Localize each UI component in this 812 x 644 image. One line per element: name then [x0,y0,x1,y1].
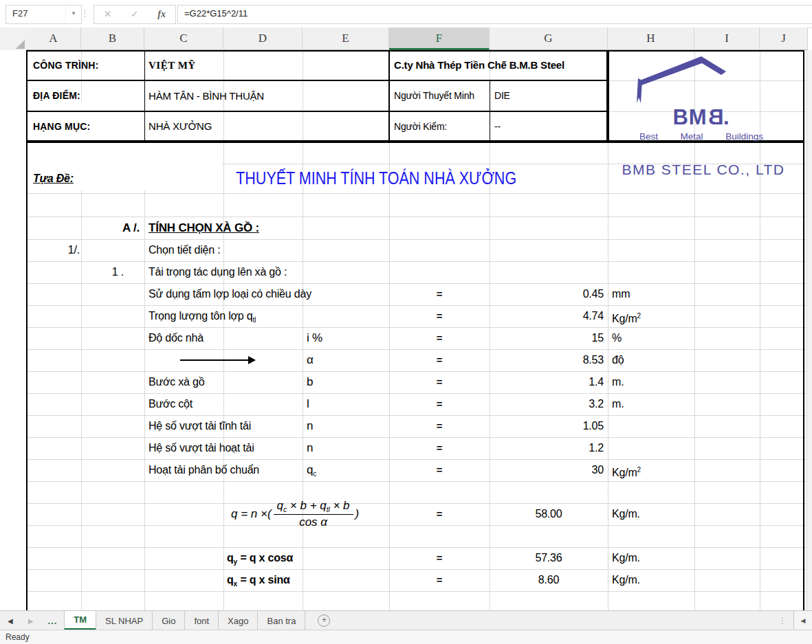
cell-param-value-row10[interactable]: 0.45 [490,283,604,305]
cell-param-unit-row10[interactable]: mm [612,283,630,305]
new-sheet-button[interactable]: + [318,611,330,630]
cell-param-label-row18[interactable]: Hoạt tải phân bố chuẩn [149,459,259,481]
column-header-F[interactable]: F [389,27,490,50]
cell-section-a-heading[interactable]: TÍNH CHỌN XÀ GỒ : [149,216,259,239]
cell-param-unit-row15[interactable]: m. [612,393,624,415]
cell-param-symbol-row18[interactable]: qc [307,459,316,481]
cell-param-eq-row11[interactable]: = [389,305,490,327]
cell-param-symbol-row14[interactable]: b [307,371,313,393]
cell-param-unit-row11[interactable]: Kg/m2 [612,305,641,327]
column-header-E[interactable]: E [303,27,389,50]
cell-load-formula-eq[interactable]: = [389,503,490,525]
cell-qx-eq[interactable]: = [389,569,490,591]
cell-param-label-row14[interactable]: Bước xà gồ [149,371,204,393]
sheet-tab-font[interactable]: font [185,611,219,630]
cell-param-eq-row10[interactable]: = [389,283,490,305]
column-header-D[interactable]: D [223,27,303,50]
cell-param-value-row16[interactable]: 1.05 [490,415,604,437]
cell-location-label[interactable]: ĐỊA ĐIỂM: [33,80,80,111]
cell-qx-value[interactable]: 8.60 [490,569,608,591]
cell-qx-formula[interactable]: qx = q x sinα [227,569,290,591]
cell-qy-value[interactable]: 57.36 [490,547,608,569]
cell-sub1-text[interactable]: Chọn tiết diện : [149,239,220,261]
cell-param-value-row15[interactable]: 3.2 [490,393,604,415]
cell-param-label-row17[interactable]: Hệ số vượt tải hoạt tải [149,437,254,459]
cell-param-eq-row18[interactable]: = [389,459,490,481]
cell-presenter-label[interactable]: Người Thuyết Minh [394,80,474,111]
sheet-tab-xago[interactable]: Xago [219,611,258,630]
cell-param-symbol-row15[interactable]: l [307,393,309,415]
cell-param-value-row14[interactable]: 1.4 [490,371,604,393]
cancel-entry-icon[interactable]: ✕ [104,6,111,23]
column-header-I[interactable]: I [694,27,760,50]
cell-sub11-text[interactable]: Tải trọng tác dụng lên xà gồ : [149,261,287,283]
cell-load-formula[interactable]: q = n ×( qc × b + qtl × b cos α ) [231,488,359,540]
sheet-tab-ban-tra[interactable]: Ban tra [258,611,305,630]
cell-qy-eq[interactable]: = [389,547,490,569]
cell-param-value-row17[interactable]: 1.2 [490,437,604,459]
cell-qy-formula[interactable]: qy = q x cosα [227,547,293,569]
tab-scroll-right-icon[interactable]: ▶ [21,611,41,630]
cell-param-unit-row18[interactable]: Kg/m2 [612,459,641,481]
column-header-H[interactable]: H [608,27,694,50]
cell-sub1-number[interactable]: 1/. [26,239,80,261]
cell-param-eq-row17[interactable]: = [389,437,490,459]
cell-param-symbol-row16[interactable]: n [307,415,313,437]
cell-category-label[interactable]: HẠNG MỤC: [33,111,90,142]
column-header-G[interactable]: G [490,27,608,50]
cell-param-symbol-row12[interactable]: i % [307,327,322,349]
cell-category-value[interactable]: NHÀ XƯỞNG [149,111,212,142]
sheet-tab-tm[interactable]: TM [64,611,96,630]
cell-qy-unit[interactable]: Kg/m. [612,547,640,569]
column-header-B[interactable]: B [81,27,144,50]
cell-project-value[interactable]: VIỆT MỸ [149,50,196,80]
cell-company-name[interactable]: C.ty Nhà Thép Tiền Chế B.M.B Steel [394,50,564,80]
cell-section-a-number[interactable]: A /. [81,216,140,239]
column-header-C[interactable]: C [144,27,223,50]
cell-sub11-number[interactable]: 1 . [81,261,124,283]
cell-param-symbol-row13[interactable]: α [307,349,314,371]
cell-param-unit-row12[interactable]: % [612,327,622,349]
cell-param-eq-row13[interactable]: = [389,349,490,371]
cell-param-value-row11[interactable]: 4.74 [490,305,604,327]
cell-location-value[interactable]: HÀM TÂN - BÌNH THUẬN [149,80,264,111]
cell-param-label-row10[interactable]: Sử dụng tấm lợp loại có chiều dày [149,283,311,305]
formula-input[interactable]: =G22*G15^2/11 [177,5,812,24]
cell-param-eq-row12[interactable]: = [389,327,490,349]
tab-scroll-left-icon[interactable]: ◀ [0,611,21,630]
tab-overflow-button[interactable]: ... [41,611,64,630]
name-box[interactable]: F27 ▼ [6,5,82,24]
cell-main-title[interactable]: THUYẾT MINH TÍNH TOÁN NHÀ XƯỞNG [144,164,608,193]
cell-param-eq-row14[interactable]: = [389,371,490,393]
cell-title-label[interactable]: Tựa Đề: [33,164,74,193]
cell-param-unit-row13[interactable]: độ [612,349,624,371]
vertical-scrollbar[interactable] [806,50,812,610]
column-header-A[interactable]: A [26,27,81,50]
splitter-dots-icon[interactable]: ⋮ [778,616,787,625]
cell-param-unit-row14[interactable]: m. [612,371,624,393]
cell-param-eq-row15[interactable]: = [389,393,490,415]
cell-load-formula-value[interactable]: 58.00 [490,503,608,525]
select-all-corner[interactable] [0,27,27,51]
cell-checker-value[interactable]: -- [494,111,501,142]
insert-function-icon[interactable]: fx [157,6,166,23]
cell-project-label[interactable]: CÔNG TRÌNH: [33,50,99,80]
cell-checker-label[interactable]: Người Kiểm: [394,111,447,142]
cell-param-label-row11[interactable]: Trọng lượng tôn lợp qtl [149,305,256,327]
cell-param-value-row12[interactable]: 15 [490,327,604,349]
cell-param-value-row18[interactable]: 30 [490,459,604,481]
hscroll-left-icon[interactable]: ◀ [793,611,812,630]
column-header-J[interactable]: J [760,27,808,50]
cell-param-label-row16[interactable]: Hệ số vượt tải tĩnh tải [149,415,251,437]
cell-param-symbol-row17[interactable]: n [307,437,313,459]
cell-param-value-row13[interactable]: 8.53 [490,349,604,371]
confirm-entry-icon[interactable]: ✓ [131,6,138,23]
sheet-tab-sl-nhap[interactable]: SL NHAP [96,611,153,630]
cell-param-label-row12[interactable]: Độ dốc nhà [149,327,204,349]
cell-load-formula-unit[interactable]: Kg/m. [612,503,640,525]
cell-param-eq-row16[interactable]: = [389,415,490,437]
cell-qx-unit[interactable]: Kg/m. [612,569,640,591]
cell-presenter-value[interactable]: DIE [494,80,510,111]
name-box-dropdown-icon[interactable]: ▼ [65,5,81,22]
cell-param-label-row15[interactable]: Bước cột [149,393,193,415]
